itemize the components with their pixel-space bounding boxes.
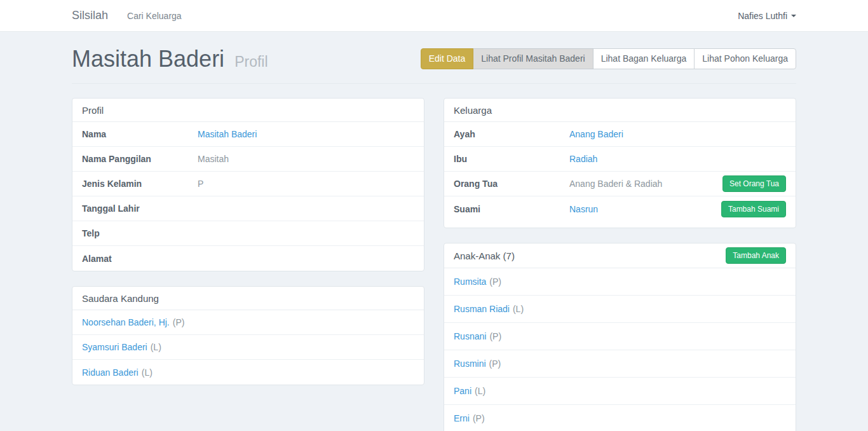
person-link[interactable]: Rusmini [454,359,486,369]
gender-label: (P) [489,331,501,341]
person-link[interactable]: Masitah Baderi [198,129,257,139]
tambah-anak-button[interactable]: Tambah Anak [726,247,786,264]
nav-link-cari-keluarga[interactable]: Cari Keluarga [127,11,182,21]
person-link[interactable]: Rusnani [454,331,486,341]
row-label: Suami [454,204,569,214]
gender-label: (P) [489,359,501,369]
keluarga-panel-title: Keluarga [454,105,492,116]
person-link[interactable]: Rumsita [454,277,486,287]
left-column: Profil Nama Masitah Baderi Nama Panggila… [72,98,424,400]
person-link[interactable]: Radiah [569,154,597,164]
table-row: Ayah Anang Baderi [444,122,796,147]
person-link[interactable]: Anang Baderi [569,129,623,139]
user-menu[interactable]: Nafies Luthfi [738,11,796,21]
person-link[interactable]: Syamsuri Baderi [82,342,147,352]
keluarga-panel: Keluarga Ayah Anang Baderi Ibu Radiah Or… [444,98,796,228]
table-row: Suami Nasrun Tambah Suami [444,196,796,221]
list-item: Erni (P) [444,405,796,431]
saudara-kandung-panel: Saudara Kandung Noorsehan Baderi, Hj. (P… [72,286,424,385]
row-label: Nama Panggilan [82,154,198,164]
table-row: Telp [72,221,424,246]
row-label: Orang Tua [454,179,569,189]
list-item: Syamsuri Baderi (L) [72,335,424,360]
page-header: Masitah Baderi Profil Edit Data Lihat Pr… [72,39,796,84]
anak-anak-panel: Anak-Anak (7) Tambah Anak Rumsita (P) Ru… [444,243,796,431]
table-row: Tanggal Lahir [72,196,424,221]
table-row: Nama Masitah Baderi [72,122,424,147]
person-link[interactable]: Rusman Riadi [454,304,510,314]
tambah-suami-button[interactable]: Tambah Suami [721,201,786,217]
row-label: Telp [82,228,198,238]
person-link[interactable]: Nasrun [569,204,598,214]
row-value: P [198,179,203,189]
gender-label: (P) [473,413,485,423]
gender-label: (P) [489,277,501,287]
row-label: Ayah [454,129,569,139]
page-subtitle: Profil [234,53,268,70]
person-link[interactable]: Pani [454,386,471,396]
navbar: Silsilah Cari Keluarga Nafies Luthfi [0,0,868,32]
chevron-down-icon [791,15,796,17]
profile-actions-group: Edit Data Lihat Profil Masitah Baderi Li… [421,48,796,69]
row-label: Jenis Kelamin [82,179,198,189]
right-column: Keluarga Ayah Anang Baderi Ibu Radiah Or… [444,98,796,431]
set-orang-tua-button[interactable]: Set Orang Tua [722,175,786,192]
lihat-bagan-keluarga-button[interactable]: Lihat Bagan Keluarga [593,48,695,69]
gender-label: (L) [475,386,485,396]
gender-label: (P) [173,317,185,327]
table-row: Jenis Kelamin P [72,172,424,196]
list-item: Rumsita (P) [444,268,796,296]
list-item: Riduan Baderi (L) [72,360,424,385]
page-title: Masitah Baderi [72,46,224,72]
main-content: Masitah Baderi Profil Edit Data Lihat Pr… [72,32,796,431]
list-item: Rusmini (P) [444,350,796,378]
lihat-pohon-keluarga-button[interactable]: Lihat Pohon Keluarga [694,48,796,69]
app-brand[interactable]: Silsilah [72,9,108,22]
table-row: Nama Panggilan Masitah [72,147,424,172]
row-label: Alamat [82,254,198,264]
gender-label: (L) [142,367,153,378]
anak-panel-title: Anak-Anak (7) [454,250,515,261]
edit-data-button[interactable]: Edit Data [421,48,474,69]
list-item: Rusnani (P) [444,323,796,350]
person-link[interactable]: Noorsehan Baderi, Hj. [82,317,170,327]
list-item: Rusman Riadi (L) [444,296,796,323]
table-row: Alamat [72,246,424,271]
lihat-profil-button[interactable]: Lihat Profil Masitah Baderi [473,48,593,69]
row-value: Anang Baderi & Radiah [569,179,662,189]
gender-label: (L) [151,342,161,352]
row-label: Nama [82,129,198,139]
gender-label: (L) [513,304,524,314]
user-name: Nafies Luthfi [738,11,787,21]
row-value: Masitah [198,154,229,164]
table-row: Ibu Radiah [444,147,796,172]
row-label: Tanggal Lahir [82,203,198,214]
list-item: Noorsehan Baderi, Hj. (P) [72,310,424,335]
row-label: Ibu [454,154,569,164]
profil-panel: Profil Nama Masitah Baderi Nama Panggila… [72,98,424,271]
list-item: Pani (L) [444,378,796,405]
saudara-panel-title: Saudara Kandung [82,293,159,304]
person-link[interactable]: Riduan Baderi [82,367,139,378]
person-link[interactable]: Erni [454,413,470,423]
profil-panel-title: Profil [82,105,104,116]
table-row: Orang Tua Anang Baderi & Radiah Set Oran… [444,172,796,196]
